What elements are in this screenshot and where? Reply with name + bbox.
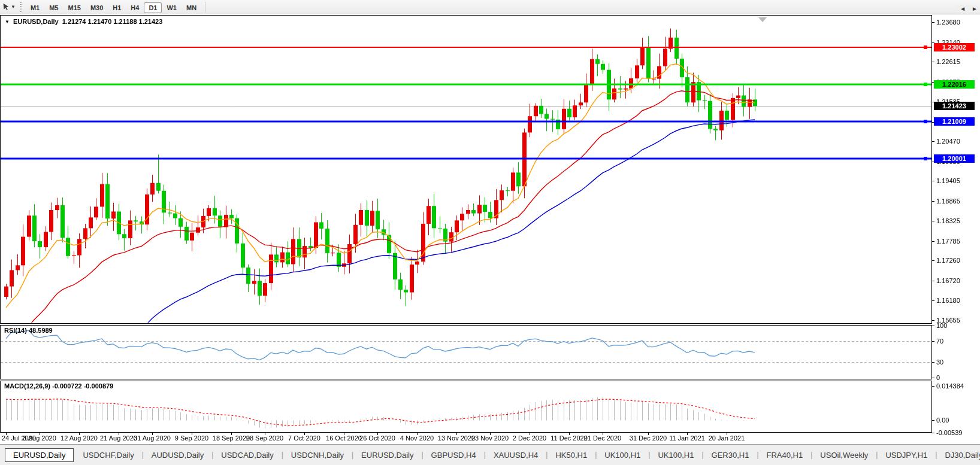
macd-axis-tick: -0.00539 [936, 429, 962, 437]
date-axis-label: 31 Aug 2020 [134, 434, 171, 442]
chart-tab-usoil-weekly[interactable]: USOil,Weekly [812, 448, 876, 462]
price-axis-tick: 1.16180 [936, 297, 960, 305]
timeframe-button-mn[interactable]: MN [182, 2, 201, 13]
date-axis-label: 2 Dec 2020 [513, 434, 546, 442]
tab-scroll-left-icon[interactable]: ◄ [960, 5, 966, 12]
rsi-axis-tick: 100 [936, 322, 947, 330]
chart-shift-marker-icon[interactable] [758, 17, 767, 22]
chart-symbol-label: EURUSD,Daily [13, 18, 59, 25]
chart-tab-eurusd-daily[interactable]: EURUSD,Daily [5, 448, 74, 462]
date-axis-label: 13 Nov 2020 [438, 434, 475, 442]
date-axis-label: 31 Dec 2020 [630, 434, 667, 442]
date-axis-label: 26 Oct 2020 [359, 434, 395, 442]
chart-tab-fra40-h1[interactable]: FRA40,H1 [759, 448, 811, 462]
chart-tab-usdchf-daily[interactable]: USDCHF,Daily [75, 448, 141, 462]
toolbar-grip-handle[interactable] [20, 2, 22, 12]
macd-name: MACD(12,26,9) [4, 382, 50, 390]
date-axis-label: 20 Jan 2021 [709, 434, 745, 442]
timeframe-button-w1[interactable]: W1 [162, 2, 182, 13]
rsi-value: 48.5989 [29, 327, 53, 334]
date-axis-label: 21 Aug 2020 [100, 434, 137, 442]
timeframe-button-m5[interactable]: M5 [44, 2, 63, 13]
timeframe-button-h1[interactable]: H1 [108, 2, 126, 13]
hline-price-label: 1.20001 [934, 154, 975, 163]
rsi-axis-tick: 30 [936, 358, 943, 366]
chart-tab-audusd-daily[interactable]: AUDUSD,Daily [144, 448, 211, 462]
rsi-axis-tick: 70 [936, 338, 943, 345]
rsi-indicator-label: RSI(14) 48.5989 [4, 327, 53, 334]
mt4-window: ▼ M1M5M15M30H1H4D1W1MN ▼ EURUSD,Daily 1.… [0, 0, 980, 465]
chart-tab-xauusd-h4[interactable]: XAUUSD,H4 [486, 448, 546, 462]
current-price-label: 1.21423 [934, 102, 975, 110]
chart-tab-usdjpy-h1[interactable]: USDJPY,H1 [878, 448, 935, 462]
rsi-axis-tick: 0 [936, 374, 940, 382]
timeframe-buttons: M1M5M15M30H1H4D1W1MN [26, 2, 201, 13]
date-axis-label: 11 Dec 2020 [551, 434, 588, 442]
toolbar-separator [205, 2, 205, 13]
dropdown-caret-icon[interactable]: ▼ [11, 4, 16, 10]
cursor-tool-icon[interactable]: ▼ [1, 1, 17, 13]
price-axis-tick: 1.17260 [936, 257, 960, 265]
date-axis-label: 21 Dec 2020 [584, 434, 621, 442]
macd-axis-tick: 0.014384 [936, 382, 964, 390]
chart-collapse-icon[interactable]: ▼ [5, 19, 10, 25]
price-axis-tick: 1.19405 [936, 177, 960, 185]
date-axis-label: 9 Sep 2020 [175, 434, 208, 442]
chart-tab-uk100-h1[interactable]: UK100,H1 [650, 448, 701, 462]
date-axis-label: 12 Aug 2020 [61, 434, 98, 442]
rsi-name: RSI(14) [4, 327, 27, 334]
chart-tab-gbpusd-h4[interactable]: GBPUSD,H4 [424, 448, 484, 462]
date-axis-label: 11 Jan 2021 [669, 434, 705, 442]
chart-title: ▼ EURUSD,Daily 1.21274 1.21470 1.21188 1… [5, 18, 162, 25]
date-axis-label: 18 Sep 2020 [213, 434, 250, 442]
chart-canvas[interactable] [0, 0, 980, 465]
date-axis-label: 16 Oct 2020 [326, 434, 362, 442]
hline-price-label: 1.23002 [934, 43, 975, 51]
chart-tab-bar: EURUSD,DailyUSDCHF,Daily|AUDUSD,Daily|US… [0, 444, 980, 465]
chart-tab-hk50-h1[interactable]: HK50,H1 [548, 448, 595, 462]
hline-price-label: 1.21009 [934, 117, 975, 126]
timeframe-button-m30[interactable]: M30 [86, 2, 108, 13]
price-axis-tick: 1.17785 [936, 238, 960, 245]
macd-indicator-label: MACD(12,26,9) -0.000722 -0.000879 [4, 382, 113, 390]
tab-scroll-arrows: ◄ ► [956, 5, 978, 12]
price-axis-tick: 1.18325 [936, 217, 960, 225]
chart-tab-uk100-h1[interactable]: UK100,H1 [597, 448, 648, 462]
price-axis-tick: 1.23680 [936, 19, 960, 26]
price-axis-tick: 1.16720 [936, 277, 960, 285]
timeframe-button-m1[interactable]: M1 [26, 2, 44, 13]
timeframe-button-d1[interactable]: D1 [144, 2, 162, 13]
timeframe-button-h4[interactable]: H4 [126, 2, 144, 13]
chart-tab-usdcnh-daily[interactable]: USDCNH,Daily [283, 448, 352, 462]
price-axis-tick: 1.20470 [936, 138, 960, 145]
timeframe-button-m15[interactable]: M15 [63, 2, 85, 13]
date-axis-label: 23 Nov 2020 [471, 434, 509, 442]
chart-tab-eurusd-daily[interactable]: EURUSD,Daily [353, 448, 421, 462]
tab-scroll-right-icon[interactable]: ► [972, 5, 978, 12]
chart-tab-ger30-h1[interactable]: GER30,H1 [704, 448, 757, 462]
timeframe-toolbar: ▼ M1M5M15M30H1H4D1W1MN [0, 0, 980, 14]
chart-tab-usdcad-daily[interactable]: USDCAD,Daily [213, 448, 281, 462]
chart-tab-dj30-daily[interactable]: DJ30,Daily [937, 448, 980, 462]
hline-price-label: 1.22016 [934, 80, 975, 89]
price-axis-tick: 1.18865 [936, 197, 960, 205]
date-axis-label: 28 Sep 2020 [246, 434, 283, 442]
date-axis-label: 3 Aug 2020 [23, 434, 56, 442]
macd-axis-tick: 0.00 [936, 417, 949, 424]
chart-ohlc-values: 1.21274 1.21470 1.21188 1.21423 [62, 18, 163, 25]
macd-values: -0.000722 -0.000879 [52, 382, 113, 390]
price-axis-tick: 1.22615 [936, 58, 960, 66]
date-axis-label: 4 Nov 2020 [400, 434, 434, 442]
date-axis-label: 7 Oct 2020 [288, 434, 320, 442]
